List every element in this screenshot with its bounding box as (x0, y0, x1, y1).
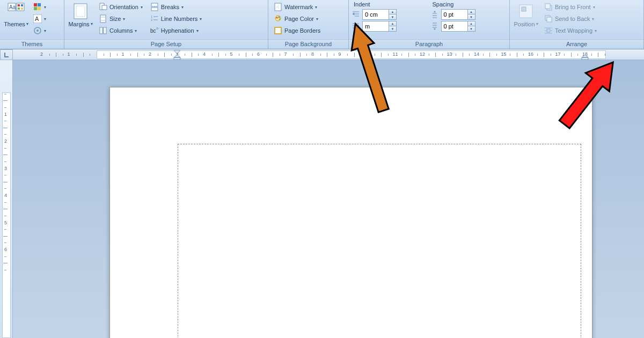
spin-down[interactable]: ▼ (467, 14, 475, 19)
bring-front-icon (544, 3, 553, 11)
svg-rect-35 (522, 7, 526, 11)
position-icon (517, 3, 535, 20)
text-wrapping-label: Text Wrapping (555, 27, 592, 34)
indent-right-input[interactable]: ▲▼ (362, 21, 397, 32)
svg-rect-22 (151, 3, 158, 6)
spin-down[interactable]: ▼ (389, 14, 396, 19)
svg-text:bc: bc (150, 28, 156, 34)
chevron-down-icon: ▾ (91, 21, 93, 27)
right-indent-marker[interactable] (581, 55, 589, 60)
text-wrapping-button[interactable]: Text Wrapping ▾ (541, 25, 599, 36)
watermark-label: Watermark (284, 4, 313, 10)
svg-text:A: A (35, 16, 39, 22)
svg-text:A: A (275, 4, 279, 10)
group-label-page-background: Page Background (268, 39, 348, 49)
margins-label: Margins (68, 21, 89, 27)
position-button[interactable]: Position▾ (513, 1, 539, 36)
svg-point-31 (279, 17, 280, 18)
spacing-before-input[interactable]: ▲▼ (441, 9, 475, 20)
spacing-after-input[interactable]: ▲▼ (441, 21, 475, 32)
watermark-button[interactable]: A Watermark ▾ (271, 1, 323, 13)
vertical-ruler[interactable]: 123456 (0, 60, 13, 338)
themes-button[interactable]: Aa Themes▾ (3, 1, 30, 36)
send-back-label: Send to Back (555, 16, 590, 22)
svg-rect-18 (102, 5, 107, 10)
group-label-arrange: Arrange (510, 39, 643, 49)
horizontal-ruler[interactable]: 21123456789101112131415161718 (13, 49, 644, 60)
svg-point-14 (36, 30, 39, 32)
svg-rect-21 (104, 27, 106, 34)
svg-rect-4 (21, 4, 23, 6)
margins-button[interactable]: Margins▾ (67, 1, 94, 36)
breaks-button[interactable]: Breaks ▾ (148, 1, 204, 13)
size-button[interactable]: Size ▾ (96, 13, 145, 25)
chevron-down-icon: ▾ (135, 28, 137, 33)
indent-right-field[interactable] (363, 21, 389, 31)
colors-icon (33, 3, 42, 11)
breaks-icon (150, 3, 159, 11)
svg-rect-37 (545, 4, 550, 9)
margins-icon (72, 3, 89, 20)
indent-left-field[interactable] (363, 10, 389, 19)
svg-text:a-: a- (156, 26, 159, 30)
svg-point-30 (276, 17, 278, 19)
position-label: Position (514, 21, 535, 27)
svg-rect-39 (547, 17, 552, 22)
chevron-down-icon: ▾ (592, 17, 594, 21)
workspace: 123456 (0, 60, 644, 338)
page-borders-label: Page Borders (284, 27, 320, 34)
bring-to-front-button[interactable]: Bring to Front ▾ (541, 1, 599, 13)
hanging-indent-marker[interactable] (173, 55, 181, 60)
group-themes: Aa Themes▾ ▾ A ▾ ▾ Themes (0, 0, 64, 49)
text-wrapping-icon (544, 26, 553, 35)
spin-up[interactable]: ▲ (389, 21, 396, 26)
spin-down[interactable]: ▼ (467, 26, 475, 31)
chevron-down-icon: ▾ (181, 5, 184, 10)
page-color-label: Page Color (284, 16, 314, 22)
effects-icon (33, 26, 42, 35)
fonts-icon: A (33, 14, 42, 23)
text-box[interactable] (178, 144, 581, 338)
tab-selector[interactable] (0, 49, 13, 60)
orientation-button[interactable]: Orientation ▾ (96, 1, 145, 13)
spin-up[interactable]: ▲ (467, 21, 475, 26)
svg-rect-5 (18, 8, 20, 10)
document-page[interactable] (109, 87, 592, 338)
group-label-themes: Themes (0, 39, 64, 49)
chevron-down-icon: ▾ (26, 21, 28, 27)
line-numbers-label: Line Numbers (161, 16, 197, 22)
line-numbers-button[interactable]: 12 Line Numbers ▾ (148, 13, 204, 25)
theme-effects-button[interactable]: ▾ (32, 25, 46, 36)
theme-fonts-button[interactable]: A ▾ (32, 13, 46, 25)
send-to-back-button[interactable]: Send to Back ▾ (541, 13, 599, 25)
svg-rect-20 (100, 27, 103, 34)
svg-text:Aa: Aa (9, 4, 16, 10)
watermark-icon: A (274, 3, 282, 11)
spin-up[interactable]: ▲ (467, 10, 475, 14)
document-area[interactable] (13, 60, 644, 338)
chevron-down-icon: ▾ (315, 5, 317, 10)
hyphenation-button[interactable]: bca- Hyphenation ▾ (148, 25, 204, 36)
group-page-setup: Margins▾ Orientation ▾ Size ▾ Columns ▾ (64, 0, 268, 49)
chevron-down-icon: ▾ (536, 21, 538, 27)
ribbon: Aa Themes▾ ▾ A ▾ ▾ Themes (0, 0, 644, 49)
spin-up[interactable]: ▲ (389, 10, 396, 14)
chevron-down-icon: ▾ (316, 17, 318, 21)
spin-down[interactable]: ▼ (389, 26, 396, 31)
spacing-header: Spacing (430, 1, 507, 9)
svg-rect-7 (34, 3, 37, 6)
svg-text:2: 2 (151, 18, 153, 21)
columns-button[interactable]: Columns ▾ (96, 25, 145, 36)
page-borders-button[interactable]: Page Borders (271, 25, 323, 36)
themes-label: Themes (4, 21, 25, 27)
svg-rect-6 (21, 8, 23, 10)
svg-rect-9 (34, 7, 37, 10)
chevron-down-icon: ▾ (196, 28, 199, 33)
spacing-after-field[interactable] (442, 21, 467, 31)
spacing-before-field[interactable] (442, 10, 467, 19)
chevron-down-icon: ▾ (595, 28, 597, 33)
theme-colors-button[interactable]: ▾ (32, 1, 46, 13)
indent-left-input[interactable]: ▲▼ (362, 9, 397, 20)
page-color-button[interactable]: Page Color ▾ (271, 13, 323, 25)
orientation-label: Orientation (109, 4, 138, 10)
